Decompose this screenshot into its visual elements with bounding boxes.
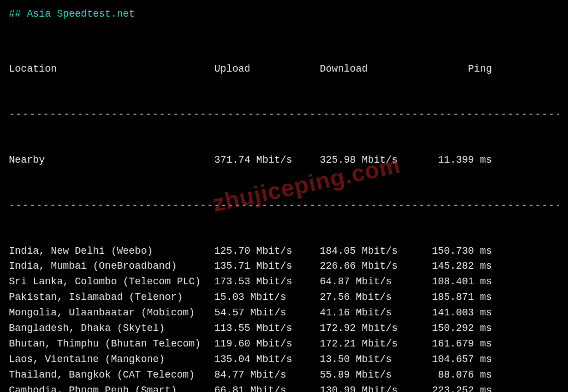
table-row: India, New Delhi (Weebo)125.70 Mbit/s184… [9,244,559,259]
cell-download: 172.21 Mbit/s [320,336,425,352]
cell-ping: 223.252 ms [425,383,492,392]
cell-download: 226.66 Mbit/s [320,259,425,274]
cell-download: 325.98 Mbit/s [320,153,425,168]
cell-download: 27.56 Mbit/s [320,290,425,305]
cell-ping: 108.401 ms [425,274,492,290]
cell-ping: 161.679 ms [425,336,492,352]
cell-location: Laos, Vientaine (Mangkone) [9,352,214,368]
cell-upload: 54.57 Mbit/s [214,305,320,321]
cell-location: Bangladesh, Dhaka (Skytel) [9,321,214,336]
table-row: Bangladesh, Dhaka (Skytel)113.55 Mbit/s1… [9,321,559,336]
cell-ping: 11.399 ms [425,153,492,168]
cell-download: 130.99 Mbit/s [320,383,425,392]
cell-upload: 66.81 Mbit/s [214,383,320,392]
divider: ----------------------------------------… [9,198,559,214]
cell-upload: 15.03 Mbit/s [214,290,320,305]
header-location: Location [9,62,214,77]
cell-upload: 135.71 Mbit/s [214,259,320,274]
cell-location: Mongolia, Ulaanbaatar (Mobicom) [9,305,214,321]
section-title: ## Asia Speedtest.net [9,7,559,22]
table-row: Bhutan, Thimphu (Bhutan Telecom)119.60 M… [9,336,559,352]
cell-upload: 173.53 Mbit/s [214,274,320,290]
table-row: Thailand, Bangkok (CAT Telecom)84.77 Mbi… [9,368,559,383]
cell-ping: 104.657 ms [425,352,492,368]
cell-ping: 150.292 ms [425,321,492,336]
cell-ping: 145.282 ms [425,259,492,274]
table-row: Pakistan, Islamabad (Telenor)15.03 Mbit/… [9,290,559,305]
cell-upload: 113.55 Mbit/s [214,321,320,336]
table-row: India, Mumbai (OneBroadband)135.71 Mbit/… [9,259,559,274]
cell-upload: 84.77 Mbit/s [214,368,320,383]
header-upload: Upload [214,62,320,77]
cell-download: 64.87 Mbit/s [320,274,425,290]
cell-location: Cambodia, Phnom Penh (Smart) [9,383,214,392]
cell-download: 13.50 Mbit/s [320,352,425,368]
cell-ping: 185.871 ms [425,290,492,305]
cell-upload: 125.70 Mbit/s [214,244,320,259]
cell-location: Thailand, Bangkok (CAT Telecom) [9,368,214,383]
cell-download: 55.89 Mbit/s [320,368,425,383]
cell-ping: 88.076 ms [425,368,492,383]
cell-location: Pakistan, Islamabad (Telenor) [9,290,214,305]
cell-upload: 135.04 Mbit/s [214,352,320,368]
header-download: Download [320,62,425,77]
cell-location: Sri Lanka, Colombo (Telecom PLC) [9,274,214,290]
cell-download: 184.05 Mbit/s [320,244,425,259]
table-row: Laos, Vientaine (Mangkone)135.04 Mbit/s1… [9,352,559,368]
cell-upload: 119.60 Mbit/s [214,336,320,352]
cell-location: Bhutan, Thimphu (Bhutan Telecom) [9,336,214,352]
cell-download: 172.92 Mbit/s [320,321,425,336]
table-header: Location Upload Download Ping [9,62,559,77]
speedtest-table: Location Upload Download Ping ----------… [9,32,559,392]
cell-location: India, Mumbai (OneBroadband) [9,259,214,274]
header-ping: Ping [425,62,492,77]
table-row: Cambodia, Phnom Penh (Smart)66.81 Mbit/s… [9,383,559,392]
divider: ----------------------------------------… [9,107,559,123]
cell-ping: 150.730 ms [425,244,492,259]
cell-location: Nearby [9,153,214,168]
cell-download: 41.16 Mbit/s [320,305,425,321]
table-row: Mongolia, Ulaanbaatar (Mobicom)54.57 Mbi… [9,305,559,321]
cell-location: India, New Delhi (Weebo) [9,244,214,259]
cell-upload: 371.74 Mbit/s [214,153,320,168]
table-row-nearby: Nearby 371.74 Mbit/s 325.98 Mbit/s 11.39… [9,153,559,168]
table-row: Sri Lanka, Colombo (Telecom PLC)173.53 M… [9,274,559,290]
cell-ping: 141.003 ms [425,305,492,321]
